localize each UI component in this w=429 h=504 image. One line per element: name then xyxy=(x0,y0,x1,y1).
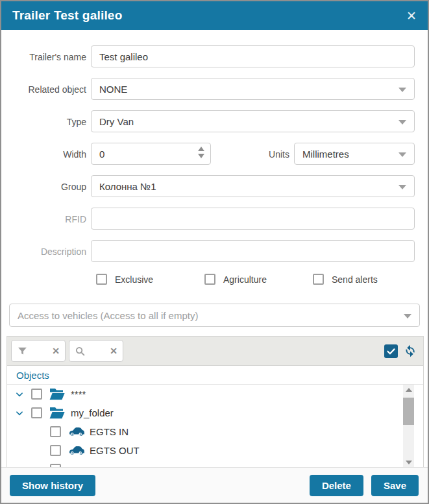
exclusive-label: Exclusive xyxy=(115,274,153,285)
tree-scrollbar[interactable] xyxy=(403,385,414,467)
filter-clear-icon[interactable]: ✕ xyxy=(52,346,60,356)
related-object-value: NONE xyxy=(99,84,127,95)
group-value: Колонна №1 xyxy=(99,181,156,192)
vehicles-toolbar: ✕ ✕ xyxy=(7,337,423,365)
delete-button[interactable]: Delete xyxy=(310,475,363,496)
dialog-footer: Show history Delete Save xyxy=(1,467,428,503)
units-value: Millimetres xyxy=(302,149,349,160)
units-label: Units xyxy=(211,149,294,165)
width-units-row: Width 0 Units Millimetres xyxy=(1,143,415,165)
tree-row-root-folder[interactable]: **** xyxy=(7,385,423,403)
save-button[interactable]: Save xyxy=(371,475,419,496)
tree-row-egts-out[interactable]: EGTS OUT xyxy=(7,441,423,460)
vehicles-panel: ✕ ✕ Objects xyxy=(6,336,424,467)
trailers-name-row: Trailer's name Test galileo xyxy=(1,45,415,67)
access-to-vehicles-select[interactable]: Access to vehicles (Access to all if emp… xyxy=(9,304,420,327)
agriculture-checkbox[interactable] xyxy=(204,274,215,285)
trailers-name-label: Trailer's name xyxy=(1,52,91,67)
vehicle-icon xyxy=(68,446,84,455)
tree-checkbox[interactable] xyxy=(50,464,61,467)
type-value: Dry Van xyxy=(99,116,134,127)
agriculture-label: Agriculture xyxy=(223,274,267,285)
chevron-down-icon xyxy=(398,185,406,189)
expand-chevron-icon[interactable] xyxy=(15,409,25,418)
send-alerts-checkbox-group: Send alerts xyxy=(313,274,421,285)
width-input[interactable]: 0 xyxy=(91,143,211,165)
scroll-up-icon[interactable] xyxy=(403,385,414,395)
type-select[interactable]: Dry Van xyxy=(91,110,415,132)
search-input[interactable]: ✕ xyxy=(69,340,123,362)
search-clear-icon[interactable]: ✕ xyxy=(110,346,117,356)
quantity-stepper[interactable] xyxy=(198,147,204,158)
filter-input[interactable]: ✕ xyxy=(11,340,66,362)
vehicle-icon xyxy=(68,427,84,437)
objects-column-header: Objects xyxy=(7,365,423,384)
units-select[interactable]: Millimetres xyxy=(294,143,415,165)
agriculture-checkbox-group: Agriculture xyxy=(204,274,313,285)
filter-icon xyxy=(17,346,28,357)
tree-checkbox[interactable] xyxy=(50,426,61,437)
exclusive-checkbox[interactable] xyxy=(96,274,107,285)
group-select[interactable]: Колонна №1 xyxy=(91,175,415,197)
trailers-name-value: Test galileo xyxy=(99,51,148,62)
objects-tree: **** my_folder xyxy=(7,384,423,467)
expand-chevron-icon[interactable] xyxy=(15,390,25,399)
refresh-icon[interactable] xyxy=(402,343,418,359)
type-row: Type Dry Van xyxy=(1,110,415,132)
scrollbar-thumb[interactable] xyxy=(403,398,414,425)
send-alerts-label: Send alerts xyxy=(332,274,378,285)
tree-checkbox[interactable] xyxy=(31,407,42,418)
related-object-label: Related object xyxy=(1,84,91,100)
trailers-name-input[interactable]: Test galileo xyxy=(91,45,415,67)
dialog-header: Trailer Test galileo ✕ xyxy=(1,1,428,30)
show-history-button[interactable]: Show history xyxy=(10,475,95,496)
rfid-row: RFID xyxy=(1,208,415,230)
rfid-label: RFID xyxy=(1,214,91,230)
exclusive-checkbox-group: Exclusive xyxy=(96,274,204,285)
tree-label: EGTS OUT xyxy=(90,445,140,456)
related-object-row: Related object NONE xyxy=(1,78,415,100)
stepper-down-icon[interactable] xyxy=(198,154,204,158)
related-object-select[interactable]: NONE xyxy=(91,78,415,100)
chevron-down-icon xyxy=(398,88,406,92)
tree-row-partial[interactable] xyxy=(7,460,423,467)
stepper-up-icon[interactable] xyxy=(198,147,204,151)
tree-label: **** xyxy=(71,389,86,400)
group-label: Group xyxy=(1,182,91,197)
close-icon[interactable]: ✕ xyxy=(406,10,417,22)
chevron-down-icon xyxy=(398,152,406,157)
chevron-down-icon xyxy=(404,314,411,318)
description-row: Description xyxy=(1,240,415,262)
tree-row-my-folder[interactable]: my_folder xyxy=(7,403,423,422)
select-all-checkbox[interactable] xyxy=(384,344,398,358)
search-icon xyxy=(75,346,86,357)
tree-label: EGTS IN xyxy=(90,426,129,437)
description-input[interactable] xyxy=(91,240,415,262)
dialog-body: Trailer's name Test galileo Related obje… xyxy=(1,30,428,467)
group-row: Group Колонна №1 xyxy=(1,175,415,197)
trailer-dialog: Trailer Test galileo ✕ Trailer's name Te… xyxy=(0,0,429,504)
dialog-title: Trailer Test galileo xyxy=(12,8,122,23)
tree-checkbox[interactable] xyxy=(31,389,42,400)
width-label: Width xyxy=(1,149,91,165)
access-to-vehicles-row: Access to vehicles (Access to all if emp… xyxy=(9,304,420,327)
type-label: Type xyxy=(1,117,91,132)
folder-open-icon xyxy=(49,407,66,419)
send-alerts-checkbox[interactable] xyxy=(313,274,324,285)
access-placeholder: Access to vehicles (Access to all if emp… xyxy=(18,310,198,321)
folder-open-icon xyxy=(49,388,66,400)
chevron-down-icon xyxy=(398,120,406,125)
tree-checkbox[interactable] xyxy=(50,445,61,456)
flags-row: Exclusive Agriculture Send alerts xyxy=(96,274,428,285)
tree-label: my_folder xyxy=(71,407,114,418)
tree-row-egts-in[interactable]: EGTS IN xyxy=(7,422,423,441)
check-icon xyxy=(386,346,396,356)
rfid-input[interactable] xyxy=(91,208,415,230)
description-label: Description xyxy=(1,246,91,262)
scroll-down-icon[interactable] xyxy=(403,457,414,467)
width-value: 0 xyxy=(99,149,104,160)
